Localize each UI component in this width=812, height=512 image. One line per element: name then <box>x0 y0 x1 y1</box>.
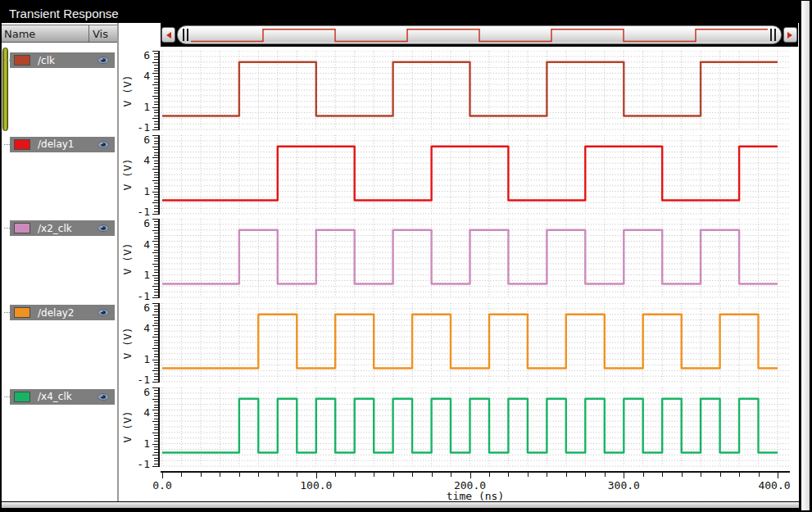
y-tick-label: 4 <box>134 154 150 166</box>
y-axis-ruler <box>152 303 160 383</box>
signal-name: /delay2 <box>38 307 98 319</box>
waveform-delay1[interactable] <box>161 135 789 215</box>
signal-row-clk[interactable]: /clk <box>10 52 115 68</box>
horizontal-pan-strip <box>161 23 798 47</box>
y-axis-ruler <box>152 219 160 298</box>
right-window-border <box>801 1 810 510</box>
signal-list-panel: Name Vis /clk/delay1/x2_clk/delay2/x4_cl… <box>2 23 117 501</box>
scroll-right-button[interactable] <box>783 27 797 43</box>
y-tick-label: -1 <box>134 121 150 134</box>
signal-name: /x2_clk <box>38 223 98 234</box>
scroll-left-button[interactable] <box>161 27 175 43</box>
signal-name: /delay1 <box>38 138 98 150</box>
tree-connector <box>4 396 10 397</box>
y-axis-title: V (V) <box>121 411 134 443</box>
scrollbar-left-grip[interactable] <box>183 29 188 41</box>
column-header-name: Name <box>2 25 89 42</box>
window-title: Transient Response <box>2 4 799 23</box>
signal-color-swatch[interactable] <box>14 223 30 233</box>
y-axis-title: V (V) <box>121 327 134 359</box>
eye-icon[interactable] <box>98 224 109 232</box>
signal-name: /clk <box>38 55 98 66</box>
signal-color-swatch[interactable] <box>14 139 30 150</box>
waveform-delay2[interactable] <box>161 303 789 383</box>
subplot-x2_clk: V (V)641-1 <box>120 219 800 298</box>
tree-connector <box>4 228 10 229</box>
y-tick-label: 1 <box>134 269 150 281</box>
signal-color-swatch[interactable] <box>14 55 30 66</box>
right-triangle-icon <box>787 32 796 39</box>
pan-scrollbar[interactable] <box>177 25 782 44</box>
bottom-window-border <box>2 501 799 510</box>
y-tick-label: 1 <box>134 101 150 113</box>
y-tick-label: 6 <box>134 301 150 314</box>
y-tick-label: 4 <box>134 70 150 82</box>
y-tick-label: 1 <box>134 437 150 450</box>
y-tick-label: 6 <box>134 49 150 61</box>
waveform-clk[interactable] <box>161 51 789 130</box>
y-axis-ruler <box>152 135 160 215</box>
y-tick-label: 1 <box>134 353 150 365</box>
left-triangle-icon <box>163 32 171 39</box>
plot-area: V (V)641-1V (V)641-1V (V)641-1V (V)641-1… <box>120 23 799 501</box>
y-tick-label: -1 <box>134 206 150 218</box>
signal-row-delay2[interactable]: /delay2 <box>10 305 115 320</box>
subplot-clk: V (V)641-1 <box>120 51 800 130</box>
y-tick-label: 4 <box>134 406 150 419</box>
tree-connector <box>4 144 10 145</box>
subplot-x4_clk: V (V)641-1 <box>120 387 800 467</box>
x-axis-title: time (ns) <box>161 490 790 502</box>
y-axis-title: V (V) <box>121 75 134 106</box>
y-tick-label: 6 <box>134 217 150 229</box>
y-tick-label: -1 <box>134 374 150 386</box>
signal-color-swatch[interactable] <box>14 392 30 402</box>
y-axis-title: V (V) <box>121 159 134 191</box>
transient-response-window: Transient Response Name Vis /clk/delay1/… <box>0 0 812 512</box>
signal-row-x4_clk[interactable]: /x4_clk <box>10 389 115 405</box>
subplot-delay1: V (V)641-1 <box>120 135 800 215</box>
waveform-x2_clk[interactable] <box>161 219 789 298</box>
signal-list-header: Name Vis <box>2 25 117 43</box>
y-axis-title: V (V) <box>121 242 134 274</box>
scrollbar-right-grip[interactable] <box>770 29 776 41</box>
eye-icon[interactable] <box>98 309 109 316</box>
window-body: Name Vis /clk/delay1/x2_clk/delay2/x4_cl… <box>2 23 799 501</box>
eye-icon[interactable] <box>98 57 109 64</box>
tree-connector <box>4 60 10 61</box>
waveform-preview <box>191 26 768 43</box>
eye-icon[interactable] <box>98 141 109 148</box>
eye-icon[interactable] <box>98 393 109 401</box>
y-tick-label: -1 <box>134 458 150 470</box>
y-tick-label: 6 <box>134 386 150 398</box>
y-axis-ruler <box>152 51 160 130</box>
y-tick-label: -1 <box>134 290 150 302</box>
y-tick-label: 1 <box>134 185 150 197</box>
signal-name: /x4_clk <box>38 391 98 402</box>
signal-row-delay1[interactable]: /delay1 <box>10 137 115 152</box>
y-tick-label: 4 <box>134 238 150 251</box>
signal-color-swatch[interactable] <box>14 307 30 318</box>
y-axis-ruler <box>152 387 160 467</box>
tree-connector <box>4 312 10 313</box>
signal-row-x2_clk[interactable]: /x2_clk <box>10 220 115 236</box>
y-tick-label: 4 <box>134 322 150 334</box>
x-axis: 0.0 100.0 200.0 300.0 400.0 time (ns) <box>120 471 800 501</box>
column-header-vis: Vis <box>89 25 117 42</box>
y-tick-label: 6 <box>134 134 150 146</box>
x-axis-ticks <box>161 471 790 478</box>
subplot-delay2: V (V)641-1 <box>120 303 800 383</box>
waveform-x4_clk[interactable] <box>161 387 789 467</box>
